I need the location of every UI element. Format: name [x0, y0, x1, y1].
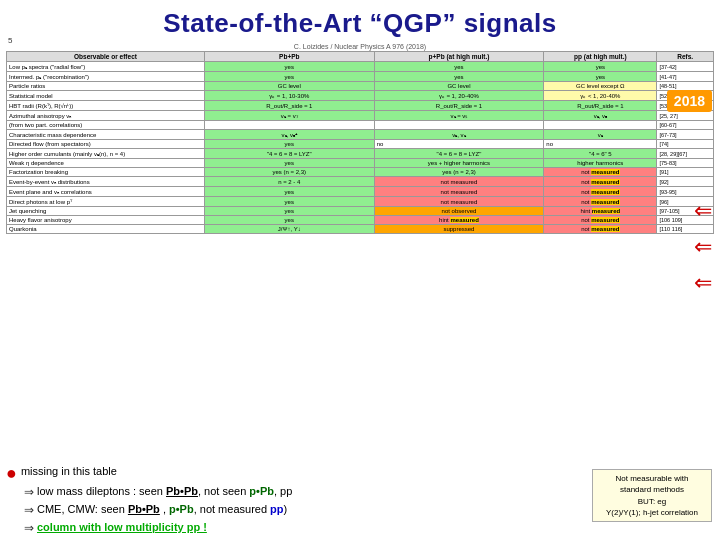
cell-ppb: v₁ = v₅ — [374, 111, 544, 121]
header-pbpb: Pb+Pb — [204, 52, 374, 62]
cell-pbpb — [204, 121, 374, 130]
cell-ppb: not measured — [374, 187, 544, 197]
cell-refs: [74] — [657, 140, 714, 149]
table-row: Characteristic mass dependencev₂, v₃⁴v₂,… — [7, 130, 714, 140]
table-row: Intermed. p₁ ("recombination")yesyesyes[… — [7, 72, 714, 82]
cell-pbpb: yes — [204, 140, 374, 149]
cell-pp: yes — [544, 62, 657, 72]
cell-pbpb: v₁ = v₇ — [204, 111, 374, 121]
cell-pbpb: γₑ = 1, 10-30% — [204, 91, 374, 101]
cell-pbpb: yes — [204, 72, 374, 82]
sub1-text: low mass dileptons : seen Pb•Pb, not see… — [37, 483, 292, 500]
cell-refs: [28, 29][67] — [657, 149, 714, 159]
page-title: State-of-the-Art “QGP” signals — [0, 0, 720, 43]
cell-ppb: γₑ ≈ 1, 20-40% — [374, 91, 544, 101]
header-ppb: p+Pb (at high mult.) — [374, 52, 544, 62]
table-row: Azimuthal anisotropy vₙv₁ = v₇v₁ = v₅v₂,… — [7, 111, 714, 121]
table-row: HBT radii (R(kᵀ), R(√nᴸ))R_out/R_side ≈ … — [7, 101, 714, 111]
table-row: Heavy flavor anisotropyyeshint measuredn… — [7, 216, 714, 225]
header-observable: Observable or effect — [7, 52, 205, 62]
cell-pbpb: yes — [204, 187, 374, 197]
sub2-text: CME, CMW: seen Pb•Pb , p•Pb, not measure… — [37, 501, 287, 518]
year-badge: 2018 — [667, 90, 712, 112]
sub2-ppb: p•Pb — [169, 503, 194, 515]
sub1-pbpb: Pb•Pb — [166, 485, 198, 497]
table-row: Direct photons at low pᵀyesnot measuredn… — [7, 197, 714, 207]
arrow-sym-1: ⇒ — [24, 483, 34, 501]
cell-observable: Quarkonia — [7, 225, 205, 234]
cell-observable: Weak η dependence — [7, 159, 205, 168]
cell-observable: Particle ratios — [7, 82, 205, 91]
cell-pbpb: yes (n = 2,3) — [204, 168, 374, 177]
sub1-pp: , pp — [274, 485, 292, 497]
cell-pbpb: yes — [204, 197, 374, 207]
table-row: Higher order cumulants (mainly v₂(n), n … — [7, 149, 714, 159]
cell-pp: higher harmonics — [544, 159, 657, 168]
cell-ppb: no — [374, 140, 544, 149]
cell-refs: [75-83] — [657, 159, 714, 168]
header-pp: pp (at high mult.) — [544, 52, 657, 62]
cell-observable: Direct photons at low pᵀ — [7, 197, 205, 207]
sub2-pp: pp — [270, 503, 283, 515]
cell-observable: Intermed. p₁ ("recombination") — [7, 72, 205, 82]
cell-pp: GC level except Ω — [544, 82, 657, 91]
cell-refs: [60-67] — [657, 121, 714, 130]
cell-pp: not measured — [544, 168, 657, 177]
arrow-2: ⇐ — [694, 236, 712, 258]
not-meas-line2: standard methods — [620, 485, 684, 494]
cell-ppb: R_out/R_side ≈ 1 — [374, 101, 544, 111]
not-meas-line1: Not measurable with — [616, 474, 689, 483]
cell-refs: [91] — [657, 168, 714, 177]
cell-observable: Azimuthal anisotropy vₙ — [7, 111, 205, 121]
cell-ppb: yes + higher harmonics — [374, 159, 544, 168]
cell-pp: not measured — [544, 187, 657, 197]
cell-observable: Heavy flavor anisotropy — [7, 216, 205, 225]
cell-observable: Directed flow (from spectators) — [7, 140, 205, 149]
sub1-before: low mass dileptons : seen — [37, 485, 166, 497]
cell-pp: not measured — [544, 225, 657, 234]
cell-ppb: yes — [374, 72, 544, 82]
cell-observable: Jet quenching — [7, 207, 205, 216]
cell-observable: Characteristic mass dependence — [7, 130, 205, 140]
cell-pbpb: yes — [204, 159, 374, 168]
cell-pp: "4 ≈ 6" 5 — [544, 149, 657, 159]
cell-ppb: not measured — [374, 197, 544, 207]
sub1-mid: , not seen — [198, 485, 249, 497]
table-row: Event-by-event vₙ distributionsn = 2 - 4… — [7, 177, 714, 187]
cell-pp: not measured — [544, 216, 657, 225]
cell-pp: yes — [544, 72, 657, 82]
cell-pbpb: GC level — [204, 82, 374, 91]
cell-ppb: yes — [374, 62, 544, 72]
page-number: 5 — [8, 36, 12, 45]
cell-pbpb: n = 2 - 4 — [204, 177, 374, 187]
sub1-ppb: p•Pb — [249, 485, 274, 497]
table-row: Statistical modelγₑ = 1, 10-30%γₑ ≈ 1, 2… — [7, 91, 714, 101]
cell-observable: Event-by-event vₙ distributions — [7, 177, 205, 187]
not-meas-line4: Y(2)/Y(1); h-jet correlation — [606, 508, 698, 517]
cell-refs: [25, 27] — [657, 111, 714, 121]
page-container: State-of-the-Art “QGP” signals 5 C. Loiz… — [0, 0, 720, 540]
arrow-3: ⇐ — [694, 272, 712, 294]
cell-pp: not measured — [544, 197, 657, 207]
cell-observable: Low p₁ spectra ("radial flow") — [7, 62, 205, 72]
cell-ppb: suppressed — [374, 225, 544, 234]
cell-refs: [92] — [657, 177, 714, 187]
sub2-before: CME, CMW: seen — [37, 503, 128, 515]
cell-observable: Statistical model — [7, 91, 205, 101]
arrow-sym-3: ⇒ — [24, 519, 34, 537]
main-table: Observable or effect Pb+Pb p+Pb (at high… — [6, 51, 714, 234]
cell-observable: Event plane and vₙ correlations — [7, 187, 205, 197]
cell-pbpb: v₂, v₃⁴ — [204, 130, 374, 140]
table-caption: C. Loizides / Nuclear Physics A 976 (201… — [6, 43, 714, 50]
cell-refs: [41-47] — [657, 72, 714, 82]
cell-pp: no — [544, 140, 657, 149]
cell-refs: [37-42] — [657, 62, 714, 72]
bullet-dot: ● — [6, 464, 17, 482]
header-refs: Refs. — [657, 52, 714, 62]
sub2-pbpb: Pb•Pb — [128, 503, 160, 515]
cell-observable: Higher order cumulants (mainly v₂(n), n … — [7, 149, 205, 159]
table-row: QuarkoniaJ/Ψ↑, Υ↓suppressednot measured[… — [7, 225, 714, 234]
cell-ppb — [374, 121, 544, 130]
arrows-section: ⇐ ⇐ ⇐ — [694, 200, 712, 294]
sub2-mid: , — [160, 503, 169, 515]
